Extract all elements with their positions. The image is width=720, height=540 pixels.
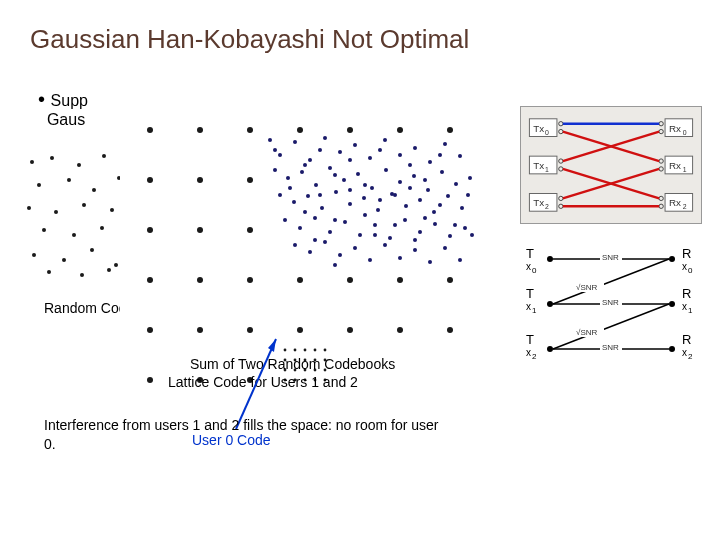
svg-point-145 (423, 216, 427, 220)
svg-point-108 (388, 236, 392, 240)
svg-point-66 (383, 138, 387, 142)
svg-point-111 (433, 222, 437, 226)
svg-point-122 (413, 248, 417, 252)
svg-text:0: 0 (688, 266, 693, 275)
svg-point-28 (147, 127, 153, 133)
svg-text:x: x (526, 261, 531, 272)
svg-point-215 (547, 346, 553, 352)
svg-point-179 (559, 129, 563, 133)
svg-point-126 (303, 163, 307, 167)
svg-point-52 (347, 327, 353, 333)
svg-point-114 (293, 243, 297, 247)
svg-point-86 (468, 176, 472, 180)
lattice-code-label: Lattice Code for Users 1 and 2 (168, 374, 358, 390)
svg-point-118 (353, 246, 357, 250)
svg-point-36 (197, 177, 203, 183)
svg-text:x: x (682, 261, 687, 272)
svg-point-33 (397, 127, 403, 133)
svg-point-140 (348, 188, 352, 192)
svg-point-87 (278, 193, 282, 197)
svg-point-129 (348, 158, 352, 162)
svg-point-106 (358, 233, 362, 237)
svg-point-131 (378, 148, 382, 152)
svg-point-79 (370, 186, 374, 190)
svg-point-116 (323, 240, 327, 244)
svg-point-50 (247, 327, 253, 333)
svg-point-157 (304, 349, 307, 352)
svg-point-62 (323, 136, 327, 140)
svg-point-91 (334, 190, 338, 194)
svg-point-70 (443, 142, 447, 146)
svg-point-51 (297, 327, 303, 333)
svg-point-76 (328, 166, 332, 170)
svg-point-68 (413, 146, 417, 150)
svg-point-89 (306, 194, 310, 198)
svg-point-63 (338, 150, 342, 154)
svg-point-74 (300, 170, 304, 174)
svg-point-37 (247, 177, 253, 183)
svg-point-159 (324, 349, 327, 352)
svg-point-121 (398, 256, 402, 260)
svg-point-75 (314, 183, 318, 187)
svg-text:√SNR: √SNR (576, 283, 598, 292)
svg-text:2: 2 (545, 203, 549, 210)
svg-point-132 (393, 193, 397, 197)
svg-point-144 (408, 186, 412, 190)
svg-point-73 (286, 176, 290, 180)
svg-point-35 (147, 177, 153, 183)
svg-text:SNR: SNR (602, 343, 619, 352)
svg-point-151 (413, 238, 417, 242)
svg-point-107 (373, 223, 377, 227)
svg-point-88 (292, 200, 296, 204)
svg-point-27 (107, 268, 111, 272)
svg-point-69 (428, 160, 432, 164)
svg-point-85 (454, 182, 458, 186)
bullet-line2: Gaus (47, 111, 85, 128)
svg-point-137 (303, 210, 307, 214)
svg-point-99 (446, 194, 450, 198)
svg-point-153 (466, 193, 470, 197)
svg-point-103 (313, 216, 317, 220)
svg-point-133 (408, 163, 412, 167)
svg-point-181 (559, 159, 563, 163)
svg-point-72 (273, 168, 277, 172)
svg-point-55 (147, 377, 153, 383)
svg-point-188 (659, 129, 663, 133)
svg-point-67 (398, 153, 402, 157)
svg-point-155 (284, 349, 287, 352)
svg-point-117 (338, 253, 342, 257)
svg-point-78 (356, 172, 360, 176)
svg-text:1: 1 (688, 306, 693, 315)
svg-point-139 (333, 218, 337, 222)
interference-text: Interference from users 1 and 2 fills th… (44, 416, 444, 454)
svg-text:0: 0 (545, 129, 549, 136)
sum-codebooks-label: Sum of Two Random Codebooks (190, 356, 395, 372)
svg-point-136 (288, 186, 292, 190)
svg-point-190 (659, 159, 663, 163)
svg-point-58 (268, 138, 272, 142)
svg-point-10 (27, 206, 31, 210)
svg-text:Rx: Rx (669, 160, 681, 171)
svg-point-130 (363, 183, 367, 187)
svg-point-113 (463, 226, 467, 230)
svg-point-81 (398, 180, 402, 184)
svg-point-92 (348, 202, 352, 206)
svg-point-83 (426, 188, 430, 192)
svg-point-47 (447, 277, 453, 283)
svg-point-40 (247, 227, 253, 233)
svg-point-54 (447, 327, 453, 333)
svg-point-218 (669, 346, 675, 352)
svg-text:0: 0 (532, 266, 537, 275)
lattice-cloud-region (120, 100, 480, 390)
svg-point-191 (659, 167, 663, 171)
svg-point-158 (314, 349, 317, 352)
svg-point-59 (278, 153, 282, 157)
svg-point-61 (308, 158, 312, 162)
svg-point-194 (659, 204, 663, 208)
svg-point-32 (347, 127, 353, 133)
svg-point-148 (313, 238, 317, 242)
svg-point-31 (297, 127, 303, 133)
svg-point-43 (247, 277, 253, 283)
svg-point-104 (328, 230, 332, 234)
bullet-text: Supp Gaus (38, 88, 88, 129)
